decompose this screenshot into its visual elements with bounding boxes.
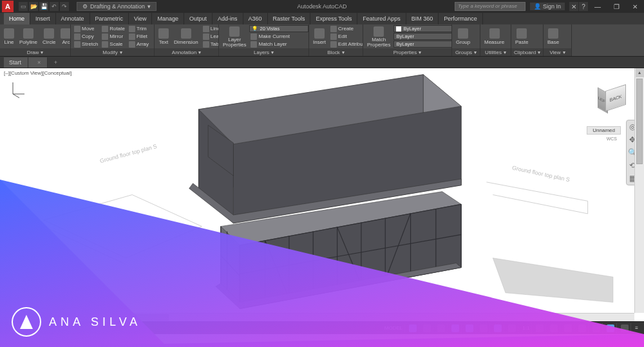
customize-button[interactable]: ≡ — [633, 323, 640, 333]
new-tab-button[interactable]: + — [50, 57, 61, 68]
tab-featured[interactable]: Featured Apps — [357, 13, 406, 24]
leader-button[interactable]: Leader — [202, 33, 219, 40]
tab-annotate[interactable]: Annotate — [56, 13, 90, 24]
stretch-button[interactable]: Stretch — [73, 41, 99, 48]
anno-monitor-toggle[interactable] — [548, 323, 560, 333]
panel-view-label[interactable]: View▾ — [544, 48, 571, 56]
dimension-button[interactable]: Dimension — [172, 25, 200, 48]
ucs-icon[interactable] — [8, 80, 27, 99]
panel-draw-label[interactable]: Draw▾ — [0, 48, 70, 56]
minimize-button[interactable]: — — [589, 0, 607, 13]
tab-addins[interactable]: Add-ins — [213, 13, 243, 24]
paste-button[interactable]: Paste — [513, 25, 530, 48]
otrack-toggle[interactable] — [492, 323, 504, 333]
units-display[interactable] — [562, 323, 574, 333]
panel-annotation-label[interactable]: Annotation▾ — [155, 48, 218, 56]
copy-button[interactable]: Copy — [73, 33, 99, 40]
circle-button[interactable]: Circle — [41, 25, 57, 48]
move-button[interactable]: Move — [73, 25, 99, 32]
wcs-label[interactable]: WCS — [607, 136, 617, 141]
snap-toggle[interactable] — [421, 323, 433, 333]
lineweight-dropdown[interactable]: ByLayer — [393, 33, 452, 40]
layer-properties-button[interactable]: Layer Properties — [221, 25, 248, 48]
tab-view[interactable]: View — [129, 13, 152, 24]
measure-button[interactable]: Measure — [482, 25, 506, 48]
panel-groups-label[interactable]: Groups▾ — [452, 48, 480, 56]
qa-save-icon[interactable]: 💾 — [39, 2, 48, 11]
workspace-toggle[interactable] — [534, 323, 546, 333]
exchange-icon[interactable]: ✕ — [569, 2, 578, 11]
match-properties-button[interactable]: Match Properties — [365, 25, 392, 48]
lwt-toggle[interactable] — [506, 323, 518, 333]
fillet-button[interactable]: Fillet — [128, 33, 150, 40]
viewport-controls[interactable]: [–][Custom View][Conceptual] — [4, 70, 71, 76]
ortho-toggle[interactable] — [435, 323, 448, 333]
color-dropdown[interactable]: ByLayer — [393, 25, 452, 32]
app-menu-button[interactable]: A — [2, 1, 14, 12]
arc-button[interactable]: Arc — [59, 25, 71, 48]
help-search-input[interactable]: Type a keyword or phrase — [455, 2, 526, 11]
tab-parametric[interactable]: Parametric — [90, 13, 129, 24]
text-button[interactable]: Text — [156, 25, 171, 48]
viewcube[interactable]: LEFT BACK — [601, 84, 630, 112]
scroll-up-icon[interactable]: ▴ — [636, 68, 644, 77]
linetype-dropdown[interactable]: ByLayer — [393, 41, 452, 48]
trim-button[interactable]: Trim — [128, 25, 150, 32]
sign-in-button[interactable]: 👤 Sign In — [530, 3, 565, 10]
file-tab-drawing[interactable]: × — [28, 57, 48, 68]
vertical-scrollbar[interactable]: ▴ — [634, 68, 644, 313]
make-current-button[interactable]: Make Current — [249, 33, 308, 40]
panel-block-label[interactable]: Block▾ — [309, 48, 363, 56]
layer-dropdown[interactable]: 💡20 Vistas — [249, 25, 308, 32]
qa-new-icon[interactable]: ▭ — [19, 2, 28, 11]
match-layer-button[interactable]: Match Layer — [249, 41, 308, 48]
polyline-button[interactable]: Polyline — [17, 25, 39, 48]
block-edit-button[interactable]: Edit — [329, 33, 363, 40]
isolate-toggle[interactable] — [591, 323, 603, 333]
mirror-button[interactable]: Mirror — [100, 33, 126, 40]
qa-open-icon[interactable]: 📂 — [29, 2, 38, 11]
grid-toggle[interactable] — [407, 323, 419, 333]
block-create-button[interactable]: Create — [329, 25, 363, 32]
table-button[interactable]: Table — [202, 41, 219, 48]
drawing-viewport[interactable]: [–][Custom View][Conceptual] Ground floo… — [0, 68, 644, 321]
scroll-left-icon[interactable]: ◂ — [0, 314, 9, 321]
anno-scale[interactable]: 1:1 — [520, 323, 532, 333]
base-view-button[interactable]: Base — [545, 25, 561, 48]
panel-layers-label[interactable]: Layers▾ — [219, 48, 308, 56]
quick-properties-toggle[interactable] — [576, 323, 589, 333]
model-space-toggle[interactable]: MODEL — [383, 323, 405, 333]
view-unnamed-button[interactable]: Unnamed — [587, 126, 621, 135]
panel-utilities-label[interactable]: Utilities▾ — [480, 48, 511, 56]
array-button[interactable]: Array — [128, 41, 150, 48]
viewcube-back[interactable]: BACK — [605, 84, 626, 111]
tab-output[interactable]: Output — [184, 13, 213, 24]
insert-button[interactable]: Insert — [311, 25, 328, 48]
polar-toggle[interactable] — [450, 323, 462, 333]
help-icon[interactable]: ? — [579, 2, 588, 11]
close-tab-icon[interactable]: × — [37, 59, 41, 66]
panel-modify-label[interactable]: Modify▾ — [71, 48, 154, 56]
tab-bim360[interactable]: BIM 360 — [406, 13, 439, 24]
tab-home[interactable]: Home — [4, 13, 30, 24]
v-thumb[interactable] — [636, 79, 643, 164]
tab-raster[interactable]: Raster Tools — [268, 13, 311, 24]
close-button[interactable]: ✕ — [626, 0, 644, 13]
rotate-button[interactable]: Rotate — [100, 25, 126, 32]
tab-performance[interactable]: Performance — [439, 13, 483, 24]
osnap-toggle[interactable] — [464, 323, 476, 333]
linear-button[interactable]: Linear — [202, 25, 219, 32]
qa-redo-icon[interactable]: ↷ — [60, 2, 69, 11]
tab-express[interactable]: Express Tools — [310, 13, 357, 24]
qa-undo-icon[interactable]: ↶ — [50, 2, 59, 11]
hardware-accel-toggle[interactable] — [605, 323, 617, 333]
tab-a360[interactable]: A360 — [243, 13, 268, 24]
panel-clipboard-label[interactable]: Clipboard▾ — [511, 48, 543, 56]
workspace-switcher[interactable]: ⚙ Drafting & Annotation ▾ — [77, 2, 156, 11]
scale-button[interactable]: Scale — [100, 41, 126, 48]
3dosnap-toggle[interactable] — [478, 323, 490, 333]
edit-attributes-button[interactable]: Edit Attributes — [329, 41, 363, 48]
tab-manage[interactable]: Manage — [152, 13, 184, 24]
maximize-button[interactable]: ❐ — [607, 0, 625, 13]
file-tab-start[interactable]: Start — [4, 57, 28, 68]
